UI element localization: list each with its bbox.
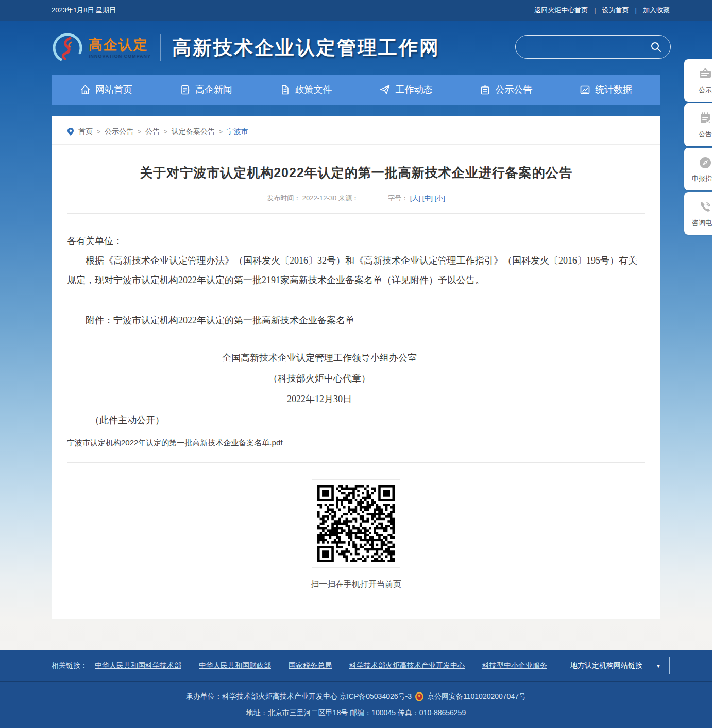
side-card-label: 申报指南	[692, 174, 712, 183]
logo-text: 高企认定 INNOVATION COMPANY	[89, 37, 151, 59]
news-icon	[180, 84, 191, 95]
header-divider	[160, 34, 161, 61]
article-meta: 发布时间： 2022-12-30 来源： 字号： [大] [中] [小]	[52, 194, 660, 203]
search-icon[interactable]	[650, 41, 662, 53]
chevron-down-icon: ▼	[656, 663, 661, 669]
crumb-separator: >	[138, 128, 141, 135]
separator: |	[635, 7, 637, 14]
current-date: 2023年1月8日 星期日	[52, 6, 116, 15]
chart-icon	[580, 84, 590, 95]
site-header: 高企认定 INNOVATION COMPANY 高新技术企业认定管理工作网	[0, 21, 712, 75]
fontsize-large-button[interactable]: [大]	[410, 194, 420, 202]
nav-item-news[interactable]: 高企新闻	[180, 83, 232, 96]
crumb-ningbo[interactable]: 宁波市	[227, 127, 248, 136]
side-card-zixun-dianhua[interactable]: 咨询电话	[684, 192, 712, 235]
floating-side-panel: 公示 公告 申报指南 咨询电话	[684, 59, 712, 236]
back-to-torch-home-link[interactable]: 返回火炬中心首页	[534, 6, 588, 15]
nav-label: 统计数据	[595, 83, 632, 96]
set-homepage-link[interactable]: 设为首页	[602, 6, 629, 15]
related-links: 中华人民共和国科学技术部 中华人民共和国财政部 国家税务总局 科学技术部火炬高技…	[95, 661, 547, 670]
crumb-separator: >	[219, 128, 223, 135]
phone-icon	[698, 199, 712, 215]
attachment-line: 附件：宁波市认定机构2022年认定的第一批高新技术企业备案名单	[67, 310, 645, 330]
crumb-announcements[interactable]: 公示公告	[105, 127, 133, 136]
footer-link-torch[interactable]: 科学技术部火炬高技术产业开发中心	[349, 661, 465, 670]
disclosure-note: （此件主动公开）	[67, 410, 645, 430]
side-card-shenbao-zhinan[interactable]: 申报指南	[684, 148, 712, 190]
breadcrumb: 首页 > 公示公告 > 公告 > 认定备案公告 > 宁波市	[52, 116, 660, 145]
nav-label: 公示公告	[495, 83, 532, 96]
organizer-text: 承办单位：科学技术部火炬高技术产业开发中心 京ICP备05034026号-3	[186, 692, 412, 701]
nav-item-policy[interactable]: 政策文件	[280, 83, 332, 96]
logo-subtitle: INNOVATION COMPANY	[89, 54, 151, 59]
nav-label: 工作动态	[395, 83, 432, 96]
article-body: 各有关单位： 根据《高新技术企业认定管理办法》（国科发火〔2016〕32号）和《…	[52, 214, 660, 430]
side-card-label: 公告	[699, 130, 712, 139]
body-divider	[67, 462, 645, 463]
organizer-row: 承办单位：科学技术部火炬高技术产业开发中心 京ICP备05034026号-3 京…	[0, 691, 712, 702]
side-card-label: 公示	[699, 85, 712, 95]
signature-note: （科技部火炬中心代章）	[67, 368, 572, 389]
salutation: 各有关单位：	[67, 231, 645, 251]
crumb-separator: >	[97, 128, 100, 135]
paper-plane-icon	[379, 84, 391, 95]
related-links-row: 相关链接： 中华人民共和国科学技术部 中华人民共和国财政部 国家税务总局 科学技…	[0, 650, 712, 674]
footer: 相关链接： 中华人民共和国科学技术部 中华人民共和国财政部 国家税务总局 科学技…	[0, 650, 712, 728]
separator: |	[594, 7, 596, 14]
fontsize-small-button[interactable]: [小]	[435, 194, 445, 202]
add-favorite-link[interactable]: 加入收藏	[643, 6, 670, 15]
signature-block: 全国高新技术企业认定管理工作领导小组办公室 （科技部火炬中心代章） 2022年1…	[67, 348, 572, 409]
nav-item-statistics[interactable]: 统计数据	[580, 83, 632, 96]
crumb-separator: >	[164, 128, 167, 135]
local-agency-dropdown[interactable]: 地方认定机构网站链接 ▼	[562, 657, 670, 674]
nav-label: 网站首页	[95, 83, 132, 96]
topbar-links: 返回火炬中心首页 | 设为首页 | 加入收藏	[534, 6, 670, 15]
security-badge-icon	[415, 691, 424, 702]
nav-item-worknews[interactable]: 工作动态	[379, 83, 432, 96]
board-icon	[698, 66, 712, 82]
footer-link-tax[interactable]: 国家税务总局	[289, 661, 332, 670]
fontsize-medium-button[interactable]: [中]	[422, 194, 433, 202]
main-paragraph: 根据《高新技术企业认定管理办法》（国科发火〔2016〕32号）和《高新技术企业认…	[67, 251, 645, 290]
address-text: 地址：北京市三里河二区甲18号 邮编：100045 传真：010-8865625…	[246, 708, 466, 718]
qr-code-image	[317, 485, 395, 562]
side-card-gonggao[interactable]: 公告	[684, 103, 712, 146]
topbar: 2023年1月8日 星期日 返回火炬中心首页 | 设为首页 | 加入收藏	[0, 0, 712, 21]
publish-time-label: 发布时间：	[267, 194, 300, 202]
policy-file-icon	[280, 84, 291, 95]
search-input[interactable]	[524, 43, 650, 51]
page: 2023年1月8日 星期日 返回火炬中心首页 | 设为首页 | 加入收藏 高企认…	[0, 0, 712, 728]
footer-link-most[interactable]: 中华人民共和国科学技术部	[95, 661, 181, 670]
content-card: 首页 > 公示公告 > 公告 > 认定备案公告 > 宁波市 关于对宁波市认定机构…	[52, 116, 660, 619]
location-pin-icon	[67, 127, 74, 136]
nav-item-home[interactable]: 网站首页	[80, 83, 132, 96]
footer-link-sme[interactable]: 科技型中小企业服务	[482, 661, 547, 670]
side-card-label: 咨询电话	[692, 218, 712, 228]
main-nav: 网站首页 高企新闻 政策文件 工作动态	[52, 75, 660, 105]
home-icon	[80, 84, 91, 95]
dropdown-label: 地方认定机构网站链接	[570, 661, 642, 670]
site-logo[interactable]: 高企认定 INNOVATION COMPANY	[52, 32, 151, 64]
nav-label: 高企新闻	[195, 83, 232, 96]
security-record-link[interactable]: 京公网安备11010202007047号	[427, 692, 526, 701]
footer-divider	[0, 681, 712, 682]
article-title: 关于对宁波市认定机构2022年认定的第一批高新技术企业进行备案的公告	[52, 164, 660, 181]
address-row: 地址：北京市三里河二区甲18号 邮编：100045 传真：010-8865625…	[0, 708, 712, 718]
qr-section: 扫一扫在手机打开当前页	[52, 479, 660, 590]
crumb-home[interactable]: 首页	[78, 127, 93, 136]
crumb-notice[interactable]: 公告	[145, 127, 160, 136]
attachment-pdf-link[interactable]: 宁波市认定机构2022年认定的第一批高新技术企业备案名单.pdf	[67, 438, 282, 448]
logo-icon	[52, 32, 83, 64]
signature-org: 全国高新技术企业认定管理工作领导小组办公室	[67, 348, 572, 368]
fontsize-label: 字号：	[388, 194, 408, 202]
notepad-icon	[698, 111, 712, 126]
clipboard-icon	[480, 84, 490, 95]
nav-item-announcements[interactable]: 公示公告	[480, 83, 532, 96]
side-card-gongshi[interactable]: 公示	[684, 59, 712, 102]
qr-code	[312, 479, 400, 568]
crumb-filing-notice[interactable]: 认定备案公告	[172, 127, 215, 136]
related-links-label: 相关链接：	[52, 661, 88, 670]
signature-date: 2022年12月30日	[67, 389, 572, 409]
footer-link-mof[interactable]: 中华人民共和国财政部	[199, 661, 271, 670]
qr-caption: 扫一扫在手机打开当前页	[311, 579, 401, 590]
